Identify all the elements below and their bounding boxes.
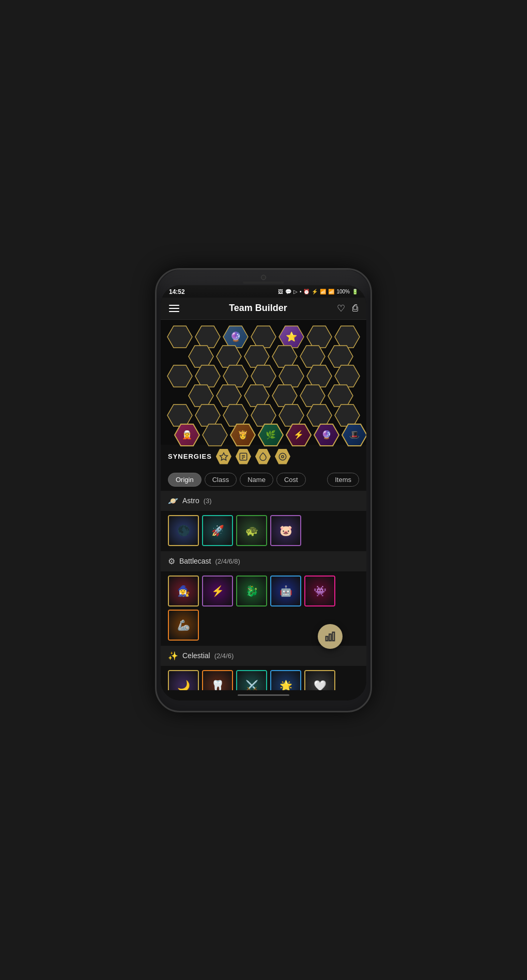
svg-marker-36	[258, 424, 283, 446]
battlecast-count: (2/4/6/8)	[215, 557, 240, 565]
bluetooth-icon: ⚡	[312, 289, 318, 294]
champ-tile[interactable]: 🦷	[202, 670, 233, 690]
camera-dot	[261, 275, 266, 280]
astro-header[interactable]: 🪐 Astro (3)	[161, 491, 366, 511]
hex-cell-champ6[interactable]: 🔮	[314, 423, 339, 447]
battlecast-header[interactable]: ⚙ Battlecast (2/4/6/8)	[161, 551, 366, 571]
svg-point-45	[282, 455, 284, 458]
synergies-bar: SYNERGIES	[161, 445, 366, 469]
hex-cell-champ7[interactable]: 🎩	[342, 423, 366, 447]
champ-tile[interactable]: 🦾	[168, 610, 199, 641]
svg-marker-38	[314, 424, 339, 446]
status-icons: 🖼 💬 ▷ • ⏰ ⚡ 📶 📶 100% 🔋	[278, 289, 358, 294]
svg-marker-34	[203, 424, 227, 446]
signal-icon: 📶	[328, 289, 334, 294]
app-bar-actions: ♡ ⎙	[337, 303, 358, 314]
champ-tile[interactable]: 🤖	[270, 575, 301, 606]
svg-marker-33	[175, 424, 199, 446]
champ-tile[interactable]: 🌑	[168, 515, 199, 546]
fab-stats-button[interactable]	[318, 624, 343, 649]
heart-icon[interactable]: ♡	[337, 303, 345, 314]
celestial-name: Celestial	[182, 651, 210, 660]
svg-marker-37	[286, 424, 311, 446]
app-bar-title: Team Builder	[229, 303, 287, 314]
astro-champions: 🌑 🚀 🐢 🐷	[161, 511, 366, 550]
champ-tile[interactable]: 🧙‍♀️	[168, 575, 199, 606]
synergy-badge-3[interactable]	[255, 449, 271, 464]
svg-marker-35	[230, 424, 255, 446]
champ-tile[interactable]: 🐷	[270, 515, 301, 546]
status-bar: 14:52 🖼 💬 ▷ • ⏰ ⚡ 📶 📶 100% 🔋	[161, 285, 366, 298]
filter-tab-items[interactable]: Items	[327, 473, 359, 487]
hex-cell-champ5[interactable]: ⚡	[286, 423, 312, 447]
champ-tile[interactable]: 🐉	[236, 575, 267, 606]
champ-tile[interactable]: 🤍	[304, 670, 335, 690]
svg-rect-47	[329, 634, 331, 641]
navigation-icon: ▷	[293, 289, 298, 294]
battery-icon: 🔋	[352, 289, 358, 294]
synergies-label: SYNERGIES	[168, 453, 212, 460]
champ-tile[interactable]: 🐢	[236, 515, 267, 546]
synergy-badge-2[interactable]	[236, 449, 251, 464]
filter-tabs: Origin Class Name Cost Items	[161, 469, 366, 491]
celestial-icon: ✨	[168, 651, 178, 661]
synergy-badge-4[interactable]	[275, 449, 290, 464]
battlecast-name: Battlecast	[179, 557, 211, 565]
astro-count: (3)	[204, 497, 212, 505]
astro-icon: 🪐	[168, 496, 178, 506]
phone-shell: 14:52 🖼 💬 ▷ • ⏰ ⚡ 📶 📶 100% 🔋 Team Builde…	[155, 268, 372, 712]
champ-tile[interactable]: 🚀	[202, 515, 233, 546]
filter-tab-name[interactable]: Name	[240, 473, 273, 487]
photo-icon: 🖼	[278, 289, 283, 294]
champ-tile[interactable]: ⚡	[202, 575, 233, 606]
hamburger-menu[interactable]	[169, 305, 179, 312]
svg-point-44	[279, 453, 286, 460]
speaker-bar	[243, 282, 284, 284]
share-icon[interactable]: ⎙	[352, 303, 358, 314]
message-icon: 💬	[285, 289, 291, 294]
synergy-section-astro: 🪐 Astro (3) 🌑 🚀 🐢 🐷	[161, 491, 366, 550]
filter-tab-origin[interactable]: Origin	[168, 473, 202, 487]
battlecast-icon: ⚙	[168, 556, 175, 566]
celestial-count: (2/4/6)	[214, 652, 234, 660]
astro-name: Astro	[182, 496, 199, 505]
dot-icon: •	[300, 289, 302, 294]
status-time: 14:52	[169, 288, 185, 295]
champ-tile[interactable]: ⚔️	[236, 670, 267, 690]
hex-cell[interactable]	[202, 423, 228, 447]
alarm-icon: ⏰	[303, 289, 309, 294]
home-indicator	[238, 694, 289, 696]
stats-icon	[324, 631, 336, 642]
screen: 14:52 🖼 💬 ▷ • ⏰ ⚡ 📶 📶 100% 🔋 Team Builde…	[161, 285, 366, 701]
battery-percent: 100%	[336, 289, 350, 294]
svg-marker-39	[342, 424, 366, 446]
champ-tile[interactable]: 👾	[304, 575, 335, 606]
hex-cell-champ3[interactable]: 👸	[230, 423, 256, 447]
filter-tab-class[interactable]: Class	[205, 473, 237, 487]
app-bar: Team Builder ♡ ⎙	[161, 298, 366, 320]
hex-row-6: 🧝 👸 🌿 ⚡	[164, 423, 363, 447]
svg-rect-48	[333, 632, 335, 641]
bottom-indicator	[161, 690, 366, 701]
hex-grid: 🔮 ⭐	[161, 320, 366, 445]
svg-rect-46	[326, 636, 328, 641]
wifi-icon: 📶	[320, 289, 326, 294]
champ-tile[interactable]: 🌙	[168, 670, 199, 690]
camera-area	[243, 275, 284, 284]
hex-cell-champ1[interactable]: 🧝	[174, 423, 200, 447]
synergy-badge-1[interactable]	[216, 449, 231, 464]
filter-tab-cost[interactable]: Cost	[276, 473, 306, 487]
champ-tile[interactable]: 🌟	[270, 670, 301, 690]
hex-cell-champ4[interactable]: 🌿	[258, 423, 284, 447]
